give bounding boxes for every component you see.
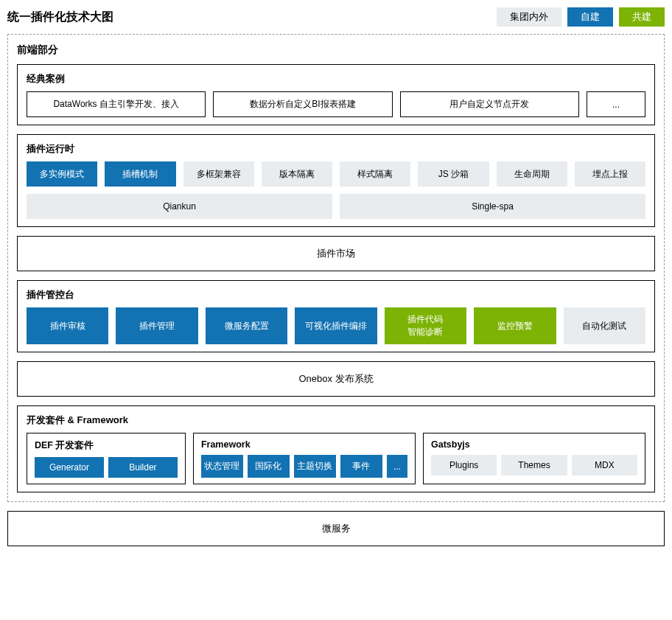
console-item: 微服务配置 [206, 307, 287, 344]
page-title: 统一插件化技术大图 [7, 10, 497, 25]
cases-row: DataWorks 自主引擎开发、接入 数据分析自定义BI报表搭建 用户自定义节… [27, 91, 645, 117]
framework-title: Framework [201, 439, 407, 450]
market-box: 插件市场 [17, 236, 655, 271]
frontend-title: 前端部分 [17, 43, 655, 57]
runtime-item: JS 沙箱 [418, 161, 489, 187]
console-item: 自动化测试 [564, 307, 645, 344]
runtime-item: 生命周期 [497, 161, 567, 187]
legend: 集团内外 自建 共建 [497, 7, 665, 27]
runtime-item: 版本隔离 [262, 161, 332, 187]
case-item: 用户自定义节点开发 [400, 91, 579, 117]
fw-item: 事件 [340, 455, 382, 478]
console-item: 可视化插件编排 [295, 307, 377, 344]
console-item: 监控预警 [474, 307, 556, 344]
console-row: 插件审核 插件管理 微服务配置 可视化插件编排 插件代码 智能诊断 监控预警 自… [27, 307, 645, 344]
gatsby-box: Gatsbyjs Plugins Themes MDX [423, 433, 645, 484]
runtime-item: 多框架兼容 [183, 161, 254, 187]
gatsby-item: Themes [501, 455, 567, 476]
legend-group: 集团内外 [497, 7, 561, 27]
console-item: 插件审核 [27, 307, 108, 344]
case-item-more: ... [587, 91, 645, 117]
fw-item: 主题切换 [294, 455, 336, 478]
runtime-row-top: 多实例模式 插槽机制 多框架兼容 版本隔离 样式隔离 JS 沙箱 生命周期 埋点… [27, 161, 645, 187]
fw-item: 状态管理 [201, 455, 243, 478]
console-item: 插件代码 智能诊断 [385, 307, 466, 344]
runtime-base: Single-spa [340, 194, 645, 219]
console-title: 插件管控台 [27, 288, 645, 302]
console-item: 插件管理 [116, 307, 197, 344]
cases-box: 经典案例 DataWorks 自主引擎开发、接入 数据分析自定义BI报表搭建 用… [17, 64, 655, 125]
devkit-columns: DEF 开发套件 Generator Builder Framework 状态管… [27, 433, 645, 484]
runtime-item: 样式隔离 [340, 161, 410, 187]
framework-box: Framework 状态管理 国际化 主题切换 事件 ... [193, 433, 416, 484]
devkit-title: 开发套件 & Framework [27, 414, 645, 427]
runtime-item: 插槽机制 [105, 161, 175, 187]
gatsby-item: Plugins [431, 455, 497, 476]
fw-item-more: ... [387, 455, 407, 478]
gatsby-item: MDX [572, 455, 637, 476]
legend-co-built: 共建 [619, 7, 665, 27]
runtime-base: Qiankun [27, 194, 332, 219]
cases-title: 经典案例 [27, 72, 645, 86]
gatsby-title: Gatsbyjs [431, 439, 637, 450]
header: 统一插件化技术大图 集团内外 自建 共建 [7, 7, 665, 27]
runtime-item: 埋点上报 [575, 161, 645, 187]
def-item: Generator [35, 457, 104, 478]
def-title: DEF 开发套件 [35, 439, 178, 452]
devkit-box: 开发套件 & Framework DEF 开发套件 Generator Buil… [17, 405, 655, 492]
onebox-box: Onebox 发布系统 [17, 361, 655, 397]
runtime-box: 插件运行时 多实例模式 插槽机制 多框架兼容 版本隔离 样式隔离 JS 沙箱 生… [17, 134, 655, 227]
runtime-item: 多实例模式 [27, 161, 97, 187]
frontend-section: 前端部分 经典案例 DataWorks 自主引擎开发、接入 数据分析自定义BI报… [7, 34, 665, 502]
def-item: Builder [108, 457, 178, 478]
console-box: 插件管控台 插件审核 插件管理 微服务配置 可视化插件编排 插件代码 智能诊断 … [17, 280, 655, 352]
def-box: DEF 开发套件 Generator Builder [27, 433, 186, 484]
case-item: DataWorks 自主引擎开发、接入 [27, 91, 206, 117]
runtime-row-bottom: Qiankun Single-spa [27, 194, 645, 219]
fw-item: 国际化 [248, 455, 290, 478]
case-item: 数据分析自定义BI报表搭建 [213, 91, 392, 117]
runtime-title: 插件运行时 [27, 142, 645, 156]
microservice-box: 微服务 [7, 511, 665, 546]
legend-self-built: 自建 [567, 7, 613, 27]
